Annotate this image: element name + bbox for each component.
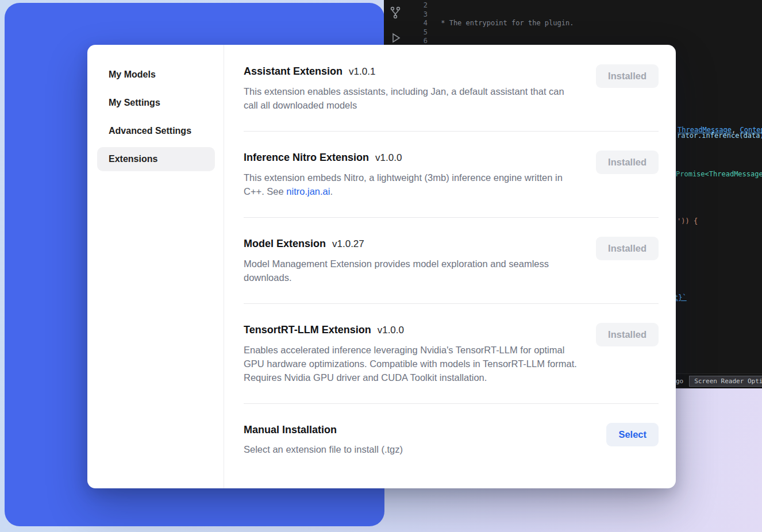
extension-info: Model Extensionv1.0.27Model Management E… — [244, 237, 578, 284]
sidebar-item-extensions[interactable]: Extensions — [97, 147, 215, 171]
code-fragment: rator.inference(data)); — [677, 132, 762, 140]
row-separator — [244, 217, 659, 218]
extension-description-text: Model Management Extension provides mode… — [244, 259, 549, 283]
installed-button[interactable]: Installed — [596, 237, 659, 260]
manual-installation-title: Manual Installation — [244, 423, 337, 437]
extension-info: Assistant Extensionv1.0.1This extension … — [244, 64, 578, 112]
line-number: 4 — [384, 19, 428, 28]
extension-row: Inference Nitro Extensionv1.0.0This exte… — [244, 151, 659, 198]
extension-version: v1.0.0 — [378, 323, 404, 337]
row-separator — [244, 303, 659, 304]
extension-version: v1.0.0 — [375, 151, 402, 165]
status-text: go — [676, 377, 683, 385]
extension-title-line: Model Extensionv1.0.27 — [244, 237, 578, 251]
extension-row: TensortRT-LLM Extensionv1.0.0Enables acc… — [244, 323, 659, 384]
installed-button[interactable]: Installed — [596, 64, 659, 88]
extension-name: Inference Nitro Extension — [244, 151, 369, 164]
extension-name: TensortRT-LLM Extension — [244, 323, 371, 337]
extension-name: Assistant Extension — [244, 64, 342, 78]
extension-row: Model Extensionv1.0.27Model Management E… — [244, 237, 659, 284]
installed-button[interactable]: Installed — [596, 323, 659, 346]
row-separator — [244, 403, 659, 404]
extension-info: TensortRT-LLM Extensionv1.0.0Enables acc… — [244, 323, 578, 384]
code-fragment: Promise<ThreadMessage> — [676, 170, 762, 178]
editor-line-numbers: 23456 — [384, 1, 428, 46]
sidebar-item-my-models[interactable]: My Models — [97, 63, 215, 87]
manual-installation-row: Manual Installation Select an extension … — [244, 423, 659, 456]
screen-reader-optimize-badge[interactable]: Screen Reader Optimize — [689, 376, 762, 387]
code-line-comment: * The entrypoint for the plugin. — [437, 19, 762, 28]
extensions-list: Assistant Extensionv1.0.1This extension … — [244, 64, 659, 404]
manual-installation-description: Select an extension file to install (.tg… — [244, 442, 403, 456]
sidebar-item-advanced-settings[interactable]: Advanced Settings — [97, 119, 215, 143]
settings-modal: My ModelsMy SettingsAdvanced SettingsExt… — [87, 45, 676, 488]
extension-title-line: Assistant Extensionv1.0.1 — [244, 64, 578, 79]
extension-version: v1.0.1 — [349, 65, 375, 79]
extension-version: v1.0.27 — [332, 237, 364, 251]
extension-row: Assistant Extensionv1.0.1This extension … — [244, 64, 659, 112]
extension-description-text: This extension enables assistants, inclu… — [244, 86, 564, 110]
settings-sidebar: My ModelsMy SettingsAdvanced SettingsExt… — [87, 45, 224, 488]
manual-installation-title-line: Manual Installation — [244, 423, 403, 437]
extension-link[interactable]: nitro.jan.ai — [286, 186, 330, 196]
line-number: 2 — [384, 1, 428, 10]
code-fragment: ')) { — [677, 217, 698, 225]
extension-description: Model Management Extension provides mode… — [244, 257, 578, 284]
manual-installation-info: Manual Installation Select an extension … — [244, 423, 403, 456]
line-number: 3 — [384, 10, 428, 20]
extension-title-line: TensortRT-LLM Extensionv1.0.0 — [244, 323, 578, 337]
extension-info: Inference Nitro Extensionv1.0.0This exte… — [244, 151, 578, 198]
extension-title-line: Inference Nitro Extensionv1.0.0 — [244, 151, 578, 165]
extension-description: This extension embeds Nitro, a lightweig… — [244, 171, 578, 198]
row-separator — [244, 131, 659, 132]
installed-button[interactable]: Installed — [596, 151, 659, 174]
extension-description: This extension enables assistants, inclu… — [244, 84, 578, 112]
code-fragment: t}` — [674, 294, 687, 302]
extension-description: Enables accelerated inference leveraging… — [244, 343, 578, 384]
select-button[interactable]: Select — [606, 423, 659, 446]
sidebar-item-my-settings[interactable]: My Settings — [97, 91, 215, 115]
line-number: 5 — [384, 28, 428, 37]
extension-description-suffix: . — [330, 186, 333, 196]
extensions-content: Assistant Extensionv1.0.1This extension … — [224, 45, 676, 488]
extension-name: Model Extension — [244, 237, 326, 250]
extension-description-text: Enables accelerated inference leveraging… — [244, 345, 577, 383]
